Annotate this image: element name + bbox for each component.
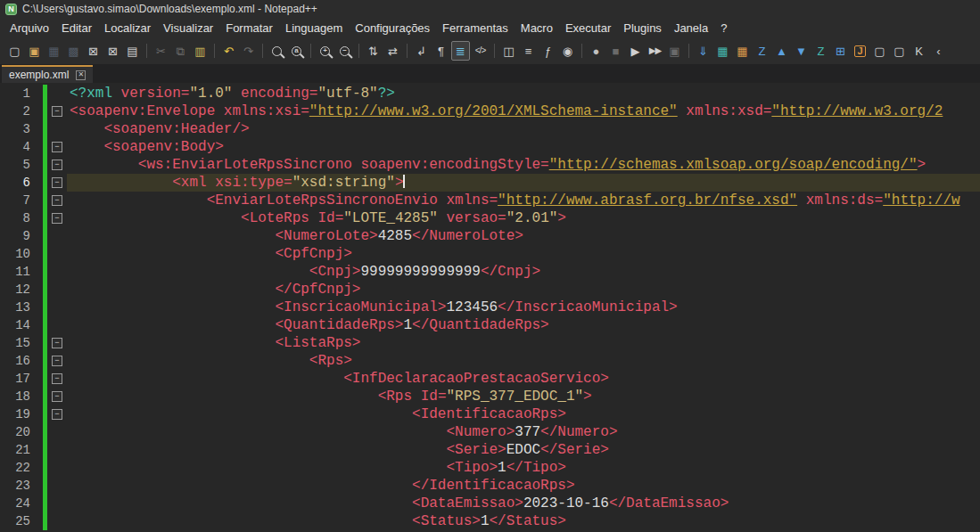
code-line-9[interactable]: 9 <NumeroLote>4285</NumeroLote>: [0, 227, 980, 245]
code-line-12[interactable]: 12 </CpfCnpj>: [0, 281, 980, 299]
code-line-14[interactable]: 14 <QuantidadeRps>1</QuantidadeRps>: [0, 316, 980, 334]
line-number[interactable]: 25: [0, 512, 36, 530]
code-line-13[interactable]: 13 <InscricaoMunicipal>123456</Inscricao…: [0, 299, 980, 316]
sync-vertical-scroll-button[interactable]: ⇅: [364, 41, 383, 61]
code-text[interactable]: <InfDeclaracaoPrestacaoServico>: [67, 370, 980, 388]
fold-collapse-icon[interactable]: −: [52, 106, 62, 117]
menu-item-help[interactable]: ?: [714, 20, 733, 37]
code-line-6[interactable]: 6− <xml xsi:type="xsd:string">: [0, 174, 980, 192]
code-line-24[interactable]: 24 <DataEmissao>2023-10-16</DataEmissao>: [0, 495, 980, 512]
code-line-1[interactable]: 1<?xml version="1.0" encoding="utf-8"?>: [0, 85, 980, 102]
code-line-11[interactable]: 11 <Cnpj>99999999999999</Cnpj>: [0, 263, 980, 281]
zoom-out-button[interactable]: −: [335, 41, 354, 61]
sync-horizontal-scroll-button[interactable]: ⇄: [383, 41, 402, 61]
line-number[interactable]: 18: [0, 388, 36, 405]
line-number[interactable]: 8: [0, 209, 36, 227]
function-list-button[interactable]: ƒ: [539, 41, 557, 61]
editor[interactable]: 1<?xml version="1.0" encoding="utf-8"?>2…: [0, 83, 980, 532]
code-text[interactable]: <ListaRps>: [67, 334, 980, 352]
menu-item-configuracoes[interactable]: Configurações: [349, 20, 436, 37]
fold-collapse-icon[interactable]: −: [52, 356, 62, 366]
code-text[interactable]: <CpfCnpj>: [67, 245, 980, 263]
code-line-4[interactable]: 4− <soapenv:Body>: [0, 138, 980, 156]
code-text[interactable]: <Cnpj>99999999999999</Cnpj>: [67, 263, 980, 281]
fold-collapse-icon[interactable]: −: [52, 142, 62, 152]
close-file-button[interactable]: ⊠: [84, 41, 103, 61]
code-tags-button[interactable]: </>: [471, 41, 490, 61]
line-number[interactable]: 16: [0, 352, 36, 370]
line-number[interactable]: 6: [0, 174, 36, 192]
line-number[interactable]: 11: [0, 263, 36, 281]
menu-item-editar[interactable]: Editar: [55, 20, 98, 37]
show-all-characters-button[interactable]: ¶: [432, 41, 450, 61]
fold-margin[interactable]: −: [47, 138, 67, 156]
code-text[interactable]: <DataEmissao>2023-10-16</DataEmissao>: [67, 495, 980, 512]
line-number[interactable]: 1: [0, 85, 36, 102]
stop-macro-button[interactable]: ■: [606, 41, 625, 61]
record-macro-button[interactable]: ●: [587, 41, 605, 61]
plugin-import-button[interactable]: ⇓: [694, 41, 712, 61]
code-line-7[interactable]: 7− <EnviarLoteRpsSincronoEnvio xmlns="ht…: [0, 192, 980, 209]
code-text[interactable]: <?xml version="1.0" encoding="utf-8"?>: [67, 85, 980, 102]
code-line-20[interactable]: 20 <Numero>377</Numero>: [0, 423, 980, 441]
code-line-5[interactable]: 5− <ws:EnviarLoteRpsSincrono soapenv:enc…: [0, 156, 980, 174]
replace-button[interactable]: a: [287, 41, 306, 61]
menu-item-plugins[interactable]: Plugins: [617, 20, 668, 37]
code-text[interactable]: <Rps Id="RPS_377_EDOC_1">: [67, 388, 980, 405]
fold-margin[interactable]: −: [47, 192, 67, 209]
document-list-button[interactable]: ≡: [519, 41, 538, 61]
line-number[interactable]: 20: [0, 423, 36, 441]
line-number[interactable]: 22: [0, 459, 36, 477]
code-line-19[interactable]: 19− <IdentificacaoRps>: [0, 405, 980, 423]
line-number[interactable]: 12: [0, 281, 36, 299]
run-macro-multiple-button[interactable]: ▶▶: [646, 41, 664, 61]
code-text[interactable]: <QuantidadeRps>1</QuantidadeRps>: [67, 316, 980, 334]
code-line-22[interactable]: 22 <Tipo>1</Tipo>: [0, 459, 980, 477]
fold-collapse-icon[interactable]: −: [52, 391, 62, 402]
code-text[interactable]: <IdentificacaoRps>: [67, 405, 980, 423]
fold-margin[interactable]: −: [47, 352, 67, 370]
fold-margin[interactable]: −: [47, 156, 67, 174]
line-number[interactable]: 4: [0, 138, 36, 156]
code-text[interactable]: <NumeroLote>4285</NumeroLote>: [67, 227, 980, 245]
code-line-15[interactable]: 15− <ListaRps>: [0, 334, 980, 352]
plugin-table-button[interactable]: ▦: [713, 41, 732, 61]
save-file-button[interactable]: ▦: [45, 41, 63, 61]
toolbar-overflow-button[interactable]: ‹: [929, 41, 948, 61]
plugin-sort-button[interactable]: Z: [753, 41, 771, 61]
fold-collapse-icon[interactable]: −: [52, 177, 62, 188]
save-macro-button[interactable]: ▣: [665, 41, 684, 61]
plugin-move-down-button[interactable]: ▼: [792, 41, 811, 61]
menu-item-formatar[interactable]: Formatar: [219, 20, 279, 37]
paste-button[interactable]: ▥: [191, 41, 210, 61]
line-number[interactable]: 15: [0, 334, 36, 352]
menu-item-localizar[interactable]: Localizar: [98, 20, 157, 37]
code-text[interactable]: <InscricaoMunicipal>123456</InscricaoMun…: [67, 299, 980, 316]
close-all-button[interactable]: ⊠: [103, 41, 122, 61]
line-number[interactable]: 17: [0, 370, 36, 388]
monitoring-button[interactable]: ◉: [558, 41, 577, 61]
line-number[interactable]: 5: [0, 156, 36, 174]
fold-margin[interactable]: −: [47, 334, 67, 352]
fold-margin[interactable]: −: [47, 405, 67, 423]
line-number[interactable]: 19: [0, 405, 36, 423]
fold-collapse-icon[interactable]: −: [52, 409, 62, 420]
code-text[interactable]: <Tipo>1</Tipo>: [67, 459, 980, 477]
copy-button[interactable]: ⧉: [171, 41, 190, 61]
line-number[interactable]: 23: [0, 477, 36, 495]
code-line-2[interactable]: 2−<soapenv:Envelope xmlns:xsi="http://ww…: [0, 102, 980, 120]
undo-button[interactable]: ↶: [219, 41, 238, 61]
zoom-in-button[interactable]: +: [316, 41, 334, 61]
code-text[interactable]: <soapenv:Envelope xmlns:xsi="http://www.…: [67, 102, 980, 120]
save-all-button[interactable]: ▩: [64, 41, 83, 61]
plugin-doc-1-button[interactable]: ▢: [870, 41, 889, 61]
open-file-button[interactable]: ▣: [25, 41, 44, 61]
code-line-17[interactable]: 17− <InfDeclaracaoPrestacaoServico>: [0, 370, 980, 388]
fold-margin[interactable]: −: [47, 102, 67, 120]
fold-margin[interactable]: −: [47, 388, 67, 405]
fold-collapse-icon[interactable]: −: [52, 160, 62, 170]
line-number[interactable]: 21: [0, 441, 36, 459]
line-number[interactable]: 14: [0, 316, 36, 334]
menu-item-janela[interactable]: Janela: [668, 20, 714, 37]
line-number[interactable]: 10: [0, 245, 36, 263]
